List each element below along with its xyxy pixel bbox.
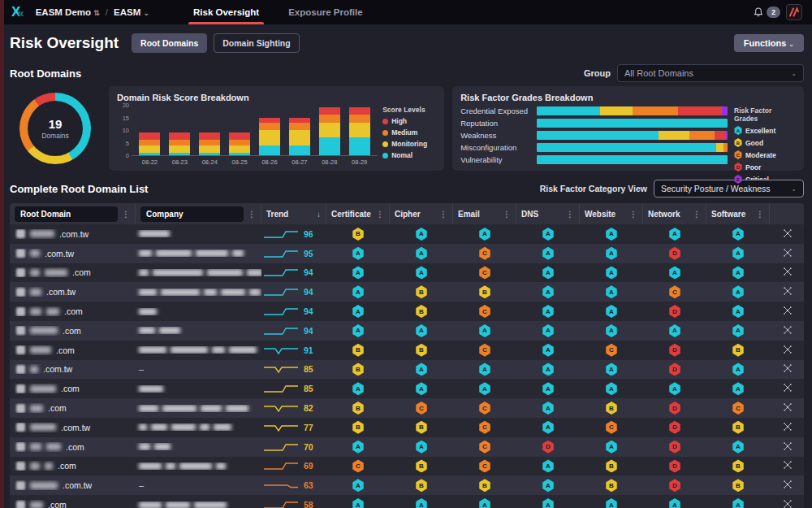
table-row[interactable]: .com85AAAAAAA [10, 379, 804, 398]
table-row[interactable]: .com58AAAAAAA [10, 495, 804, 508]
scan-explore-icon[interactable] [783, 478, 793, 493]
grade-badge-A[interactable]: A [416, 382, 428, 395]
table-row[interactable]: .com91BBCACDB [10, 341, 804, 360]
grade-badge-B[interactable]: B [606, 459, 618, 472]
grade-badge-C[interactable]: C [479, 459, 491, 472]
grade-badge-C[interactable]: C [732, 402, 745, 415]
scan-explore-icon[interactable] [783, 420, 793, 435]
grade-badge-A[interactable]: A [542, 421, 555, 434]
grade-badge-D[interactable]: D [669, 421, 681, 434]
grade-badge-A[interactable]: A [542, 363, 555, 376]
grade-badge-D[interactable]: D [669, 459, 681, 472]
grade-badge-B[interactable]: B [732, 479, 745, 492]
grade-badge-A[interactable]: A [352, 305, 365, 318]
grade-badge-B[interactable]: B [352, 421, 365, 434]
grade-badge-C[interactable]: C [479, 441, 491, 454]
scan-explore-icon[interactable] [783, 284, 793, 299]
notification-count-badge[interactable]: 2 [767, 7, 780, 18]
grade-badge-D[interactable]: D [669, 441, 681, 454]
grade-badge-B[interactable]: B [352, 228, 365, 241]
table-row[interactable]: .com.tw95AACAADA [10, 244, 804, 263]
scan-explore-icon[interactable] [783, 458, 793, 473]
column-filter-box[interactable]: Root Domain [15, 206, 118, 222]
grade-badge-A[interactable]: A [732, 266, 745, 279]
grade-badge-A[interactable]: A [669, 324, 681, 337]
grade-badge-B[interactable]: B [606, 479, 618, 492]
grade-badge-D[interactable]: D [669, 479, 681, 492]
grade-badge-C[interactable]: C [606, 344, 618, 357]
kebab-menu-icon[interactable]: ⋮ [629, 210, 637, 219]
nav-tab-exposure-profile[interactable]: Exposure Profile [274, 0, 377, 24]
grade-badge-B[interactable]: B [416, 305, 428, 318]
grade-badge-A[interactable]: A [542, 324, 555, 337]
grade-badge-A[interactable]: A [606, 266, 618, 279]
grade-badge-A[interactable]: A [606, 363, 618, 376]
grade-badge-C[interactable]: C [479, 266, 491, 279]
grade-badge-B[interactable]: B [352, 363, 365, 376]
grade-badge-C[interactable]: C [416, 402, 428, 415]
table-row[interactable]: .com.tw–63ABBABDB [10, 475, 804, 495]
grade-badge-A[interactable]: A [606, 324, 618, 337]
grade-badge-D[interactable]: D [669, 247, 681, 260]
grade-badge-A[interactable]: A [542, 285, 555, 298]
grade-badge-C[interactable]: C [352, 459, 365, 472]
grade-badge-C[interactable]: C [479, 421, 491, 434]
grade-badge-A[interactable]: A [416, 247, 428, 260]
grade-badge-B[interactable]: B [606, 402, 618, 415]
grade-badge-A[interactable]: A [669, 382, 681, 395]
grade-badge-A[interactable]: A [732, 498, 745, 508]
grade-badge-B[interactable]: B [416, 285, 428, 298]
scan-explore-icon[interactable] [783, 265, 793, 280]
scan-explore-icon[interactable] [783, 304, 793, 319]
grade-badge-A[interactable]: A [416, 498, 428, 508]
grade-badge-A[interactable]: A [732, 363, 745, 376]
group-select[interactable]: All Root Domains ⌄ [617, 64, 804, 82]
grade-badge-A[interactable]: A [416, 363, 428, 376]
grade-badge-A[interactable]: A [606, 228, 618, 241]
scan-explore-icon[interactable] [783, 440, 793, 454]
grade-badge-D[interactable]: D [542, 441, 555, 454]
grade-badge-A[interactable]: A [542, 459, 555, 472]
sort-desc-icon[interactable]: ↓ [317, 210, 321, 219]
table-row[interactable]: .com70AACDADA [10, 437, 804, 457]
grade-badge-D[interactable]: D [669, 344, 681, 357]
brand-logo[interactable]: X« [11, 4, 24, 20]
grade-badge-A[interactable]: A [669, 228, 681, 241]
grade-badge-A[interactable]: A [542, 266, 555, 279]
grade-badge-B[interactable]: B [352, 402, 365, 415]
grade-badge-A[interactable]: A [352, 266, 365, 279]
grade-badge-A[interactable]: A [352, 479, 365, 492]
grade-badge-A[interactable]: A [732, 382, 745, 395]
grade-badge-A[interactable]: A [606, 305, 618, 318]
grade-badge-A[interactable]: A [542, 479, 555, 492]
grade-badge-A[interactable]: A [416, 441, 428, 454]
grade-badge-A[interactable]: A [352, 441, 365, 454]
scan-explore-icon[interactable] [783, 343, 793, 358]
grade-badge-A[interactable]: A [606, 247, 618, 260]
grade-badge-A[interactable]: A [352, 285, 365, 298]
table-row[interactable]: .com69CBCABDB [10, 457, 804, 476]
table-row[interactable]: .com.tw96BAAAAAA [10, 224, 804, 244]
table-row[interactable]: .com94AAAAAAA [10, 321, 804, 341]
project-switcher[interactable]: EASM ⌄ [114, 7, 149, 17]
grade-badge-B[interactable]: B [416, 421, 428, 434]
grade-badge-A[interactable]: A [352, 247, 365, 260]
grade-badge-A[interactable]: A [542, 247, 555, 260]
grade-badge-A[interactable]: A [606, 382, 618, 395]
kebab-menu-icon[interactable]: ⋮ [439, 210, 447, 219]
grade-badge-B[interactable]: B [732, 459, 745, 472]
grade-badge-A[interactable]: A [479, 498, 491, 508]
table-row[interactable]: .com82BCCABDC [10, 398, 804, 418]
grade-badge-A[interactable]: A [479, 363, 491, 376]
toggle-domain-sighting[interactable]: Domain Sighting [214, 33, 299, 53]
table-row[interactable]: .com94ABCAADA [10, 302, 804, 321]
kebab-menu-icon[interactable]: ⋮ [503, 210, 511, 219]
table-row[interactable]: .com.tw–85BAAAADA [10, 360, 804, 380]
grade-badge-A[interactable]: A [479, 382, 491, 395]
grade-badge-A[interactable]: A [606, 285, 618, 298]
table-row[interactable]: .com.tw77BBCACDB [10, 418, 804, 437]
functions-button[interactable]: Functions⌄ [734, 34, 804, 52]
scan-explore-icon[interactable] [783, 362, 793, 376]
grade-badge-C[interactable]: C [479, 305, 491, 318]
grade-badge-A[interactable]: A [542, 498, 555, 508]
